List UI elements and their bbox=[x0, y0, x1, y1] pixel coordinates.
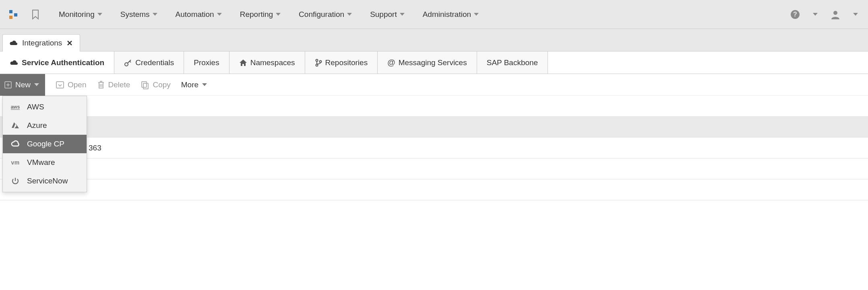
nav-label: Support bbox=[370, 10, 397, 19]
tab-namespaces[interactable]: Namespaces bbox=[229, 51, 305, 74]
tab-label: Namespaces bbox=[250, 58, 295, 67]
tab-label: Repositories bbox=[325, 58, 368, 67]
app-logo-icon[interactable] bbox=[7, 7, 22, 22]
menu-item-label: ServiceNow bbox=[27, 177, 68, 185]
key-icon bbox=[124, 59, 132, 67]
menu-item-label: Azure bbox=[27, 121, 47, 130]
chevron-down-icon bbox=[275, 12, 281, 16]
svg-text:?: ? bbox=[793, 11, 797, 18]
chevron-down-icon bbox=[152, 12, 158, 16]
open-label: Open bbox=[68, 80, 86, 89]
open-button[interactable]: Open bbox=[56, 80, 86, 89]
chevron-down-icon bbox=[97, 12, 103, 16]
svg-rect-12 bbox=[142, 82, 147, 87]
close-icon[interactable] bbox=[66, 40, 73, 46]
breadcrumb-bar: Integrations bbox=[0, 29, 868, 51]
menu-item-google-cp[interactable]: Google CP bbox=[3, 135, 87, 153]
new-button-label: New bbox=[15, 80, 31, 89]
chevron-down-icon bbox=[202, 83, 207, 87]
tab-messaging-services[interactable]: @ Messaging Services bbox=[378, 51, 477, 74]
new-button[interactable]: New bbox=[0, 74, 45, 96]
tab-proxies[interactable]: Proxies bbox=[184, 51, 229, 74]
section-tabs: Service Authentication Credentials Proxi… bbox=[0, 51, 868, 74]
svg-point-9 bbox=[319, 60, 321, 62]
menu-item-label: AWS bbox=[27, 103, 44, 111]
gcp-icon bbox=[10, 140, 21, 148]
trash-icon bbox=[97, 80, 105, 89]
nav-label: Monitoring bbox=[59, 10, 95, 19]
tab-service-authentication[interactable]: Service Authentication bbox=[0, 51, 114, 74]
more-button[interactable]: More bbox=[181, 80, 207, 89]
more-label: More bbox=[181, 80, 198, 89]
at-icon: @ bbox=[387, 58, 395, 67]
table-row[interactable] bbox=[0, 179, 868, 200]
azure-icon bbox=[10, 122, 21, 129]
menu-item-label: Google CP bbox=[27, 140, 64, 148]
help-dropdown-icon[interactable] bbox=[808, 8, 822, 21]
chevron-down-icon bbox=[34, 83, 39, 87]
bookmark-icon[interactable] bbox=[28, 7, 43, 22]
table-row[interactable]: 363 bbox=[0, 138, 868, 158]
home-icon bbox=[239, 59, 247, 66]
copy-label: Copy bbox=[153, 80, 170, 89]
tab-label: Credentials bbox=[135, 58, 174, 67]
nav-reporting[interactable]: Reporting bbox=[233, 0, 288, 29]
chevron-down-icon bbox=[473, 12, 479, 16]
svg-rect-13 bbox=[143, 83, 148, 89]
cloud-icon bbox=[10, 60, 19, 66]
help-icon[interactable]: ? bbox=[788, 8, 802, 21]
svg-rect-0 bbox=[9, 10, 12, 13]
tab-label: Messaging Services bbox=[399, 58, 467, 67]
nav-systems[interactable]: Systems bbox=[113, 0, 165, 29]
delete-label: Delete bbox=[108, 80, 130, 89]
nav-label: Administration bbox=[423, 10, 471, 19]
menu-item-vmware[interactable]: vm VMware bbox=[3, 153, 87, 172]
nav-support[interactable]: Support bbox=[363, 0, 412, 29]
breadcrumb-tab-integrations[interactable]: Integrations bbox=[2, 34, 80, 51]
nav-label: Automation bbox=[176, 10, 214, 19]
menu-item-label: VMware bbox=[27, 158, 55, 167]
table-row[interactable] bbox=[0, 96, 868, 117]
menu-item-servicenow[interactable]: ServiceNow bbox=[3, 172, 87, 190]
svg-rect-2 bbox=[9, 16, 12, 19]
menu-item-aws[interactable]: aws AWS bbox=[3, 98, 87, 116]
table-header-row bbox=[0, 117, 868, 138]
nav-label: Configuration bbox=[299, 10, 344, 19]
plus-icon bbox=[4, 81, 12, 89]
nav-configuration[interactable]: Configuration bbox=[291, 0, 360, 29]
svg-rect-11 bbox=[56, 82, 64, 88]
vmware-icon: vm bbox=[10, 159, 21, 166]
breadcrumb-label: Integrations bbox=[22, 39, 62, 47]
user-dropdown-icon[interactable] bbox=[849, 8, 862, 21]
chevron-down-icon bbox=[217, 12, 222, 16]
tab-sap-backbone[interactable]: SAP Backbone bbox=[477, 51, 548, 74]
cloud-icon bbox=[9, 40, 18, 46]
nav-monitoring[interactable]: Monitoring bbox=[52, 0, 110, 29]
svg-point-5 bbox=[833, 11, 837, 15]
svg-rect-1 bbox=[14, 13, 17, 16]
power-icon bbox=[10, 177, 21, 185]
delete-button[interactable]: Delete bbox=[97, 80, 130, 89]
row-fragment-text: 363 bbox=[89, 144, 101, 152]
tab-label: Proxies bbox=[194, 58, 219, 67]
nav-administration[interactable]: Administration bbox=[415, 0, 486, 29]
table-row[interactable] bbox=[0, 158, 868, 179]
chevron-down-icon bbox=[347, 12, 352, 16]
nav-label: Systems bbox=[120, 10, 150, 19]
user-icon[interactable] bbox=[829, 8, 842, 21]
toolbar: New Open Delete Copy More aws bbox=[0, 74, 868, 96]
branch-icon bbox=[315, 59, 322, 67]
nav-automation[interactable]: Automation bbox=[168, 0, 229, 29]
menu-item-azure[interactable]: Azure bbox=[3, 116, 87, 135]
aws-icon: aws bbox=[10, 104, 21, 110]
svg-point-6 bbox=[125, 63, 128, 66]
tab-credentials[interactable]: Credentials bbox=[114, 51, 184, 74]
nav-label: Reporting bbox=[240, 10, 273, 19]
tab-label: Service Authentication bbox=[22, 58, 104, 67]
content-area: 363 bbox=[0, 96, 868, 200]
svg-point-7 bbox=[316, 59, 318, 61]
copy-button[interactable]: Copy bbox=[141, 80, 170, 89]
copy-icon bbox=[141, 80, 149, 89]
new-dropdown-menu: aws AWS Azure Google CP vm VMware bbox=[2, 96, 87, 192]
tab-repositories[interactable]: Repositories bbox=[305, 51, 378, 74]
